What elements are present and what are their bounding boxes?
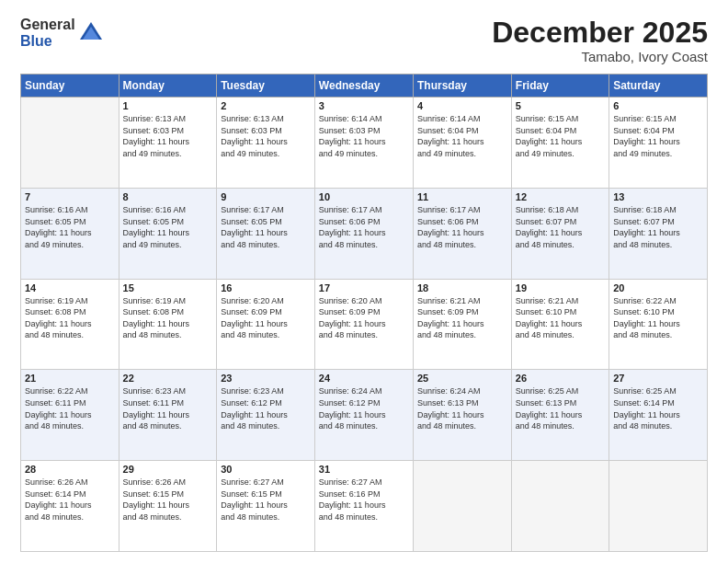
table-cell: 19Sunrise: 6:21 AMSunset: 6:10 PMDayligh…: [511, 279, 609, 370]
daylight-line2: and 48 minutes.: [25, 511, 115, 523]
logo-blue: Blue: [20, 33, 75, 50]
day-number: 7: [25, 191, 115, 202]
day-number: 5: [516, 100, 605, 111]
day-number: 21: [25, 373, 115, 384]
calendar-week-row: 21Sunrise: 6:22 AMSunset: 6:11 PMDayligh…: [21, 370, 708, 461]
table-cell: 7Sunrise: 6:16 AMSunset: 6:05 PMDaylight…: [21, 188, 119, 279]
day-info: Sunrise: 6:14 AMSunset: 6:03 PMDaylight:…: [319, 113, 409, 159]
logo-general: General: [20, 17, 75, 33]
daylight-line2: and 48 minutes.: [221, 329, 311, 341]
day-info: Sunrise: 6:19 AMSunset: 6:08 PMDaylight:…: [25, 295, 115, 341]
daylight-line1: Daylight: 11 hours: [319, 409, 409, 421]
day-info: Sunrise: 6:26 AMSunset: 6:15 PMDaylight:…: [123, 477, 213, 523]
daylight-line1: Daylight: 11 hours: [319, 227, 409, 239]
daylight-line2: and 49 minutes.: [319, 148, 409, 160]
table-cell: 4Sunrise: 6:14 AMSunset: 6:04 PMDaylight…: [414, 98, 512, 189]
daylight-line2: and 48 minutes.: [613, 420, 703, 432]
day-number: 25: [417, 373, 507, 384]
table-cell: 9Sunrise: 6:17 AMSunset: 6:05 PMDaylight…: [217, 188, 315, 279]
location-title: Tamabo, Ivory Coast: [492, 49, 708, 64]
daylight-line1: Daylight: 11 hours: [417, 227, 507, 239]
sunrise-text: Sunrise: 6:15 AM: [613, 113, 703, 125]
table-cell: 22Sunrise: 6:23 AMSunset: 6:11 PMDayligh…: [119, 370, 217, 461]
daylight-line1: Daylight: 11 hours: [319, 500, 409, 511]
sunrise-text: Sunrise: 6:16 AM: [123, 204, 213, 216]
calendar-week-row: 14Sunrise: 6:19 AMSunset: 6:08 PMDayligh…: [21, 279, 708, 370]
col-wednesday: Wednesday: [314, 75, 413, 98]
sunset-text: Sunset: 6:04 PM: [417, 125, 507, 137]
daylight-line1: Daylight: 11 hours: [417, 318, 507, 330]
sunrise-text: Sunrise: 6:22 AM: [25, 385, 115, 397]
day-info: Sunrise: 6:21 AMSunset: 6:09 PMDaylight:…: [417, 295, 507, 341]
day-info: Sunrise: 6:14 AMSunset: 6:04 PMDaylight:…: [417, 113, 507, 159]
table-cell: 16Sunrise: 6:20 AMSunset: 6:09 PMDayligh…: [217, 279, 315, 370]
daylight-line2: and 48 minutes.: [417, 420, 507, 432]
daylight-line1: Daylight: 11 hours: [25, 318, 115, 330]
day-info: Sunrise: 6:23 AMSunset: 6:12 PMDaylight:…: [221, 385, 311, 431]
calendar-week-row: 28Sunrise: 6:26 AMSunset: 6:14 PMDayligh…: [21, 461, 708, 552]
daylight-line1: Daylight: 11 hours: [221, 136, 311, 148]
daylight-line2: and 49 minutes.: [123, 239, 213, 251]
calendar-week-row: 7Sunrise: 6:16 AMSunset: 6:05 PMDaylight…: [21, 188, 708, 279]
daylight-line1: Daylight: 11 hours: [613, 409, 703, 421]
daylight-line1: Daylight: 11 hours: [221, 318, 311, 330]
col-friday: Friday: [511, 75, 609, 98]
day-number: 31: [319, 464, 409, 475]
day-info: Sunrise: 6:20 AMSunset: 6:09 PMDaylight:…: [319, 295, 409, 341]
daylight-line2: and 48 minutes.: [319, 239, 409, 251]
sunset-text: Sunset: 6:09 PM: [417, 306, 507, 318]
sunrise-text: Sunrise: 6:25 AM: [516, 385, 605, 397]
day-number: 19: [516, 282, 605, 293]
sunset-text: Sunset: 6:16 PM: [319, 488, 409, 500]
sunset-text: Sunset: 6:07 PM: [613, 216, 703, 228]
daylight-line1: Daylight: 11 hours: [516, 409, 605, 421]
daylight-line2: and 48 minutes.: [613, 239, 703, 251]
daylight-line2: and 49 minutes.: [221, 148, 311, 160]
table-cell: 17Sunrise: 6:20 AMSunset: 6:09 PMDayligh…: [314, 279, 413, 370]
daylight-line1: Daylight: 11 hours: [221, 500, 311, 511]
day-number: 15: [123, 282, 213, 293]
day-info: Sunrise: 6:24 AMSunset: 6:12 PMDaylight:…: [319, 385, 409, 431]
table-cell: 10Sunrise: 6:17 AMSunset: 6:06 PMDayligh…: [314, 188, 413, 279]
table-cell: 25Sunrise: 6:24 AMSunset: 6:13 PMDayligh…: [414, 370, 512, 461]
day-info: Sunrise: 6:19 AMSunset: 6:08 PMDaylight:…: [123, 295, 213, 341]
sunrise-text: Sunrise: 6:17 AM: [319, 204, 409, 216]
sunset-text: Sunset: 6:06 PM: [417, 216, 507, 228]
title-area: December 2025 Tamabo, Ivory Coast: [492, 17, 708, 64]
day-number: 9: [221, 191, 311, 202]
daylight-line2: and 48 minutes.: [123, 511, 213, 523]
table-cell: 26Sunrise: 6:25 AMSunset: 6:13 PMDayligh…: [511, 370, 609, 461]
table-cell: 13Sunrise: 6:18 AMSunset: 6:07 PMDayligh…: [609, 188, 708, 279]
day-number: 6: [613, 100, 703, 111]
sunset-text: Sunset: 6:09 PM: [319, 306, 409, 318]
day-number: 10: [319, 191, 409, 202]
daylight-line1: Daylight: 11 hours: [417, 409, 507, 421]
daylight-line1: Daylight: 11 hours: [25, 500, 115, 511]
table-cell: 11Sunrise: 6:17 AMSunset: 6:06 PMDayligh…: [414, 188, 512, 279]
sunrise-text: Sunrise: 6:25 AM: [613, 385, 703, 397]
col-saturday: Saturday: [609, 75, 708, 98]
day-info: Sunrise: 6:13 AMSunset: 6:03 PMDaylight:…: [221, 113, 311, 159]
table-cell: 15Sunrise: 6:19 AMSunset: 6:08 PMDayligh…: [119, 279, 217, 370]
daylight-line1: Daylight: 11 hours: [123, 409, 213, 421]
sunset-text: Sunset: 6:13 PM: [516, 397, 605, 409]
sunrise-text: Sunrise: 6:27 AM: [221, 477, 311, 488]
day-info: Sunrise: 6:22 AMSunset: 6:10 PMDaylight:…: [613, 295, 703, 341]
day-number: 2: [221, 100, 311, 111]
sunrise-text: Sunrise: 6:19 AM: [123, 295, 213, 307]
daylight-line2: and 49 minutes.: [25, 239, 115, 251]
sunrise-text: Sunrise: 6:22 AM: [613, 295, 703, 307]
table-cell: [21, 98, 119, 189]
table-cell: 3Sunrise: 6:14 AMSunset: 6:03 PMDaylight…: [314, 98, 413, 189]
daylight-line2: and 48 minutes.: [221, 420, 311, 432]
col-thursday: Thursday: [414, 75, 512, 98]
day-number: 14: [25, 282, 115, 293]
daylight-line2: and 48 minutes.: [319, 329, 409, 341]
sunset-text: Sunset: 6:04 PM: [516, 125, 605, 137]
sunset-text: Sunset: 6:03 PM: [123, 125, 213, 137]
table-cell: 6Sunrise: 6:15 AMSunset: 6:04 PMDaylight…: [609, 98, 708, 189]
col-sunday: Sunday: [21, 75, 119, 98]
day-info: Sunrise: 6:22 AMSunset: 6:11 PMDaylight:…: [25, 385, 115, 431]
day-info: Sunrise: 6:15 AMSunset: 6:04 PMDaylight:…: [516, 113, 605, 159]
day-info: Sunrise: 6:18 AMSunset: 6:07 PMDaylight:…: [516, 204, 605, 250]
